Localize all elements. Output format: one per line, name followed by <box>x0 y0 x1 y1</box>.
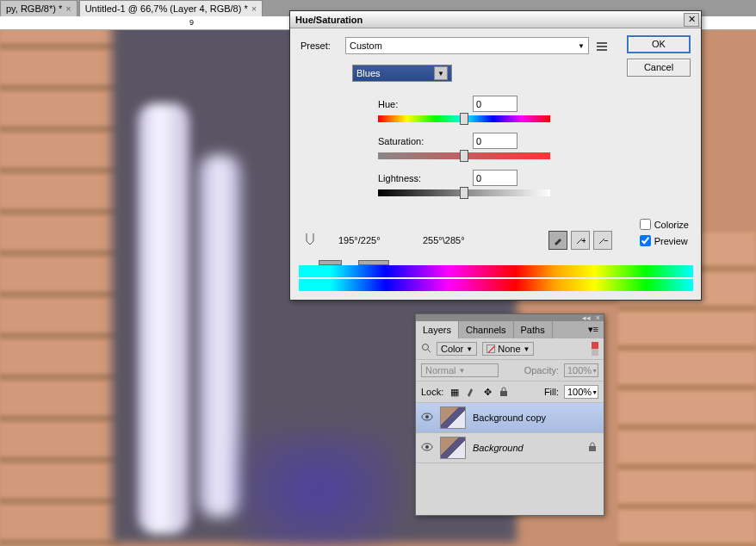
saturation-slider[interactable] <box>378 152 550 159</box>
slider-thumb[interactable] <box>460 113 468 125</box>
hue-slider[interactable] <box>378 115 550 122</box>
tab-paths[interactable]: Paths <box>514 321 553 338</box>
layer-thumbnail[interactable] <box>440 406 466 429</box>
chevron-down-icon: ▼ <box>578 42 585 50</box>
close-icon[interactable]: × <box>251 3 257 14</box>
panel-menu-icon[interactable]: ▾≡ <box>583 321 604 338</box>
color-bar-input[interactable] <box>299 265 693 277</box>
svg-rect-12 <box>589 446 596 451</box>
slider-thumb[interactable] <box>460 150 468 162</box>
layer-list: Background copy Background <box>416 403 604 515</box>
hue-input[interactable] <box>473 96 517 112</box>
close-button[interactable]: ✕ <box>684 13 699 27</box>
chevron-down-icon: ▼ <box>466 345 473 353</box>
svg-point-9 <box>425 415 429 419</box>
svg-rect-1 <box>597 46 607 47</box>
layer-item[interactable]: Background copy <box>416 403 604 433</box>
colorize-check[interactable] <box>640 219 651 230</box>
tab-channels[interactable]: Channels <box>459 321 513 338</box>
lock-pixels-icon[interactable] <box>465 386 477 398</box>
document-tab-label: py, RGB/8*) * <box>6 3 62 14</box>
lock-label: Lock: <box>421 387 443 397</box>
filter-color-select[interactable]: Color ▼ <box>437 342 477 356</box>
visibility-icon[interactable] <box>421 413 433 423</box>
tab-layers[interactable]: Layers <box>416 321 459 338</box>
svg-rect-7 <box>500 391 507 396</box>
chevron-down-icon: ▼ <box>592 389 598 395</box>
cancel-button[interactable]: Cancel <box>627 59 691 77</box>
lightness-slider[interactable] <box>378 189 550 196</box>
visibility-icon[interactable] <box>421 443 433 453</box>
angle-range-left: 195°/225° <box>338 235 407 245</box>
svg-rect-0 <box>597 42 607 44</box>
chevron-down-icon: ▼ <box>458 367 465 375</box>
document-tab-2[interactable]: Untitled-1 @ 66,7% (Layer 4, RGB/8) * × <box>79 0 263 16</box>
preset-options-icon[interactable] <box>596 40 608 52</box>
filter-toggle[interactable] <box>592 342 598 356</box>
slider-thumb[interactable] <box>460 187 468 199</box>
lock-position-icon[interactable]: ✥ <box>481 386 493 398</box>
eyedropper-subtract-button[interactable]: − <box>593 231 612 250</box>
document-tab-1[interactable]: py, RGB/8*) * × <box>0 0 77 16</box>
channel-value: Blues <box>356 68 381 78</box>
colorize-checkbox[interactable]: Colorize <box>640 219 689 230</box>
blend-mode-select[interactable]: Normal ▼ <box>421 363 499 377</box>
dialog-title: Hue/Saturation <box>295 15 363 25</box>
saturation-label: Saturation: <box>378 136 455 146</box>
layer-item[interactable]: Background <box>416 433 604 463</box>
angle-range-right: 255°\285° <box>423 235 492 245</box>
preset-label: Preset: <box>301 40 338 51</box>
panel-drag-bar[interactable]: ◂◂ × <box>416 314 604 321</box>
color-range-bars <box>299 265 693 291</box>
svg-point-5 <box>423 344 429 351</box>
channel-select[interactable]: Blues ▼ <box>352 65 452 82</box>
close-icon[interactable]: × <box>65 3 71 14</box>
ok-button[interactable]: OK <box>627 35 691 53</box>
layers-panel: ◂◂ × Layers Channels Paths ▾≡ Color ▼ No… <box>415 313 604 516</box>
dialog-titlebar[interactable]: Hue/Saturation ✕ <box>290 11 701 28</box>
hue-label: Hue: <box>378 99 455 109</box>
fill-input[interactable]: 100% ▼ <box>564 385 598 399</box>
svg-text:+: + <box>581 235 586 245</box>
lock-icon <box>588 442 598 454</box>
lock-transparency-icon[interactable]: ▦ <box>449 386 461 398</box>
svg-rect-2 <box>597 49 607 51</box>
svg-text:−: − <box>604 235 608 245</box>
layer-name[interactable]: Background <box>473 443 581 453</box>
svg-line-6 <box>428 350 431 352</box>
filter-none-select[interactable]: None ▼ <box>482 342 534 356</box>
layer-name[interactable]: Background copy <box>473 413 598 423</box>
chevron-down-icon: ▼ <box>434 66 448 80</box>
eyedropper-add-button[interactable]: + <box>571 231 590 250</box>
svg-point-11 <box>425 445 429 449</box>
preset-value: Custom <box>350 40 382 51</box>
hand-icon[interactable] <box>302 231 323 250</box>
lightness-label: Lightness: <box>378 173 455 183</box>
chevron-down-icon: ▼ <box>524 345 530 353</box>
layer-thumbnail[interactable] <box>440 437 466 459</box>
ruler-mark: 9 <box>189 18 194 27</box>
opacity-input[interactable]: 100% ▼ <box>564 363 598 377</box>
document-tab-label: Untitled-1 @ 66,7% (Layer 4, RGB/8) * <box>85 3 248 14</box>
lightness-input[interactable] <box>473 170 517 186</box>
color-bar-output <box>299 279 693 291</box>
saturation-input[interactable] <box>473 133 517 149</box>
opacity-label: Opacity: <box>524 365 559 375</box>
fill-label: Fill: <box>544 387 559 397</box>
eyedropper-button[interactable] <box>548 231 567 250</box>
lock-all-icon[interactable] <box>498 386 510 398</box>
hue-saturation-dialog: Hue/Saturation ✕ Preset: Custom ▼ OK Can… <box>289 10 702 301</box>
search-icon[interactable] <box>421 343 431 355</box>
chevron-down-icon: ▼ <box>592 368 598 374</box>
preset-select[interactable]: Custom ▼ <box>345 37 589 54</box>
